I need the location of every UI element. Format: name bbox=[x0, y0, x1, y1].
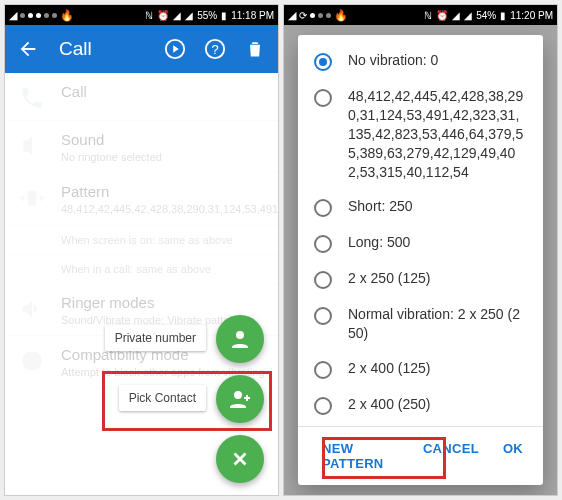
phone-left: ◢ 🔥 ℕ ⏰ ◢ ◢ 55% ▮ 11:18 PM Ca bbox=[4, 4, 279, 496]
help-button[interactable]: ? bbox=[204, 38, 226, 60]
sound-label: Sound bbox=[61, 131, 266, 148]
delete-button[interactable] bbox=[244, 38, 266, 60]
nfc-icon: ℕ bbox=[145, 10, 153, 21]
nfc-icon: ℕ bbox=[424, 10, 432, 21]
pattern-dialog: No vibration: 048,412,42,445,42,428,38,2… bbox=[298, 35, 543, 485]
option-label: 2 x 400 (125) bbox=[348, 359, 431, 378]
pattern-label: Pattern bbox=[61, 183, 266, 200]
signal-icon: ◢ bbox=[173, 10, 181, 21]
cancel-button[interactable]: CANCEL bbox=[415, 437, 487, 475]
battery-pct: 55% bbox=[197, 10, 217, 21]
wifi-icon: ◢ bbox=[185, 10, 193, 21]
fab-close[interactable] bbox=[216, 435, 264, 483]
page-dot bbox=[318, 13, 323, 18]
radio-option[interactable]: Normal vibration: 2 x 250 (250) bbox=[298, 297, 543, 351]
page-title: Call bbox=[59, 38, 92, 60]
call-label: Call bbox=[61, 83, 266, 100]
clock: 11:18 PM bbox=[231, 10, 274, 21]
row-in-call[interactable]: When in a call: same as above bbox=[5, 255, 278, 284]
pattern-sub: 48,412,42,445,42,428,38,290,31,124,53,49… bbox=[61, 202, 266, 216]
page-dot bbox=[326, 13, 331, 18]
fab-label-private: Private number bbox=[105, 325, 206, 351]
notif-icon: ◢ bbox=[288, 9, 296, 22]
page-dot bbox=[44, 13, 49, 18]
option-list: No vibration: 048,412,42,445,42,428,38,2… bbox=[298, 35, 543, 426]
radio-icon bbox=[314, 53, 332, 71]
app-bar: Call ? bbox=[5, 25, 278, 73]
radio-option[interactable]: 2 x 250 (125) bbox=[298, 261, 543, 297]
flame-icon: 🔥 bbox=[334, 9, 348, 22]
radio-option[interactable]: Short: 250 bbox=[298, 189, 543, 225]
compat-icon bbox=[19, 348, 45, 374]
radio-option[interactable]: 2 x 400 (250) bbox=[298, 387, 543, 423]
radio-icon bbox=[314, 307, 332, 325]
option-label: No vibration: 0 bbox=[348, 51, 438, 70]
sound-icon bbox=[19, 133, 45, 159]
radio-option[interactable]: Long: 500 bbox=[298, 225, 543, 261]
radio-icon bbox=[314, 199, 332, 217]
fab-private-number[interactable] bbox=[216, 315, 264, 363]
battery-icon: ▮ bbox=[221, 10, 227, 21]
option-label: Normal vibration: 2 x 250 (250) bbox=[348, 305, 527, 343]
radio-option[interactable]: 2 x 400 (125) bbox=[298, 351, 543, 387]
svg-point-5 bbox=[236, 331, 244, 339]
svg-point-6 bbox=[234, 391, 242, 399]
new-pattern-button[interactable]: NEW PATTERN bbox=[314, 437, 407, 475]
notif-icon: ◢ bbox=[9, 9, 17, 22]
section-sound[interactable]: Sound No ringtone selected bbox=[5, 121, 278, 173]
wifi-icon: ◢ bbox=[464, 10, 472, 21]
page-dot bbox=[310, 13, 315, 18]
radio-option[interactable]: 48,412,42,445,42,428,38,290,31,124,53,49… bbox=[298, 79, 543, 189]
option-label: 2 x 250 (125) bbox=[348, 269, 431, 288]
radio-icon bbox=[314, 397, 332, 415]
row-screen-on[interactable]: When screen is on: same as above bbox=[5, 226, 278, 255]
option-label: 48,412,42,445,42,428,38,290,31,124,53,49… bbox=[348, 87, 527, 181]
flame-icon: 🔥 bbox=[60, 9, 74, 22]
signal-icon: ◢ bbox=[452, 10, 460, 21]
page-dot bbox=[36, 13, 41, 18]
svg-point-4 bbox=[22, 351, 42, 371]
radio-icon bbox=[314, 271, 332, 289]
play-button[interactable] bbox=[164, 38, 186, 60]
page-dot bbox=[52, 13, 57, 18]
option-label: Short: 250 bbox=[348, 197, 413, 216]
phone-right: ◢ ⟳ 🔥 ℕ ⏰ ◢ ◢ 54% ▮ 11:20 PM No vibratio… bbox=[283, 4, 558, 496]
option-label: Long: 500 bbox=[348, 233, 410, 252]
radio-option[interactable]: No vibration: 0 bbox=[298, 43, 543, 79]
fab-pick-contact[interactable] bbox=[216, 375, 264, 423]
battery-icon: ▮ bbox=[500, 10, 506, 21]
dialog-actions: NEW PATTERN CANCEL OK bbox=[298, 426, 543, 485]
status-bar: ◢ ⟳ 🔥 ℕ ⏰ ◢ ◢ 54% ▮ 11:20 PM bbox=[284, 5, 557, 25]
sync-icon: ⟳ bbox=[299, 10, 307, 21]
battery-pct: 54% bbox=[476, 10, 496, 21]
vibrate-icon bbox=[19, 185, 45, 211]
page-dot bbox=[20, 13, 25, 18]
radio-icon bbox=[314, 235, 332, 253]
radio-icon bbox=[314, 361, 332, 379]
ringer-label: Ringer modes bbox=[61, 294, 266, 311]
radio-icon bbox=[314, 89, 332, 107]
phone-icon bbox=[19, 85, 45, 111]
svg-text:?: ? bbox=[211, 42, 218, 57]
page-dot bbox=[28, 13, 33, 18]
alarm-icon: ⏰ bbox=[436, 10, 448, 21]
section-call[interactable]: Call bbox=[5, 73, 278, 121]
section-pattern[interactable]: Pattern 48,412,42,445,42,428,38,290,31,1… bbox=[5, 173, 278, 225]
sound-sub: No ringtone selected bbox=[61, 150, 266, 164]
clock: 11:20 PM bbox=[510, 10, 553, 21]
alarm-icon: ⏰ bbox=[157, 10, 169, 21]
fab-label-pick: Pick Contact bbox=[119, 385, 206, 411]
ringer-icon bbox=[19, 296, 45, 322]
ok-button[interactable]: OK bbox=[495, 437, 531, 475]
back-button[interactable] bbox=[17, 38, 39, 60]
option-label: 2 x 400 (250) bbox=[348, 395, 431, 414]
svg-rect-3 bbox=[28, 191, 37, 206]
status-bar: ◢ 🔥 ℕ ⏰ ◢ ◢ 55% ▮ 11:18 PM bbox=[5, 5, 278, 25]
